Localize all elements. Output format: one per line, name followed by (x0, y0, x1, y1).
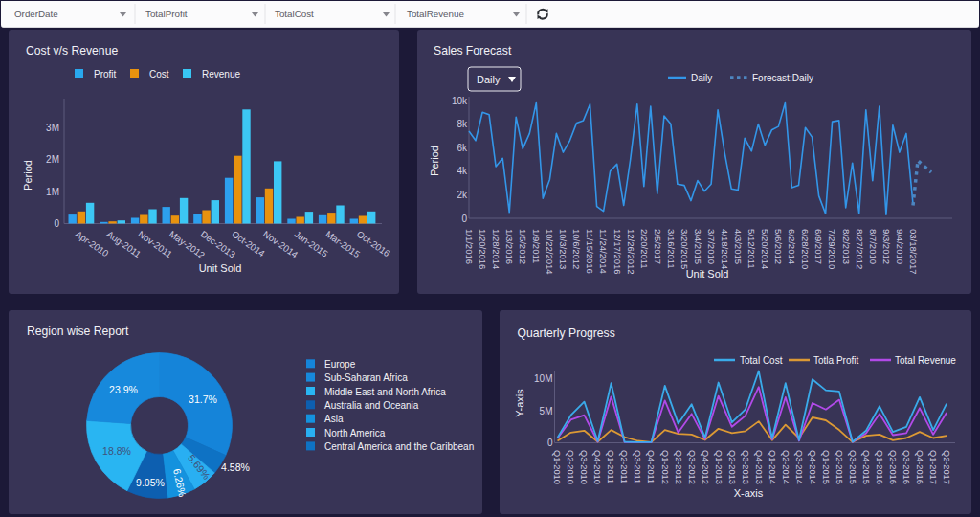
svg-text:Q3-2010: Q3-2010 (579, 450, 589, 484)
svg-text:North America: North America (324, 428, 386, 438)
svg-text:10/3/2013: 10/3/2013 (558, 229, 568, 269)
svg-text:Q2-2014: Q2-2014 (781, 450, 791, 484)
svg-text:9/3/2012: 9/3/2012 (881, 229, 892, 264)
svg-text:10M: 10M (534, 373, 552, 384)
svg-text:Total Cost: Total Cost (740, 355, 783, 366)
svg-text:Oct-2016: Oct-2016 (355, 229, 392, 259)
svg-text:Quarterly Progress: Quarterly Progress (518, 326, 615, 340)
svg-text:4k: 4k (457, 166, 468, 176)
svg-text:2/20/2011: 2/20/2011 (639, 229, 650, 269)
svg-text:Total Revenue: Total Revenue (895, 355, 956, 366)
svg-text:Q4-2013: Q4-2013 (754, 450, 764, 484)
svg-text:11/15/2016: 11/15/2016 (585, 229, 595, 274)
svg-text:Unit Sold: Unit Sold (199, 262, 242, 274)
svg-text:Q1-2010: Q1-2010 (552, 450, 562, 484)
svg-text:Q2-2013: Q2-2013 (727, 450, 737, 484)
svg-text:3/7/2010: 3/7/2010 (706, 229, 717, 264)
svg-text:5/12/2011: 5/12/2011 (746, 229, 757, 269)
svg-text:Q3-2011: Q3-2011 (633, 450, 642, 483)
svg-text:Q1-2017: Q1-2017 (928, 450, 938, 484)
svg-text:6/9/2017: 6/9/2017 (813, 229, 824, 264)
svg-text:3/4/2015: 3/4/2015 (693, 229, 703, 264)
svg-text:Daily: Daily (691, 73, 712, 83)
svg-text:Cost v/s Revenue: Cost v/s Revenue (26, 44, 118, 57)
svg-text:1/1/2016: 1/1/2016 (464, 229, 475, 264)
svg-text:Q1-2013: Q1-2013 (714, 450, 724, 484)
svg-text:0: 0 (547, 438, 553, 448)
svg-text:Q1-2016: Q1-2016 (875, 450, 884, 484)
svg-text:Asia: Asia (324, 414, 344, 424)
svg-text:Central America and the Caribb: Central America and the Caribbean (324, 441, 474, 452)
svg-text:Q4-2012: Q4-2012 (701, 450, 710, 484)
svg-text:12/17/2016: 12/17/2016 (612, 229, 623, 275)
svg-text:8/27/2012: 8/27/2012 (855, 229, 865, 269)
svg-text:11/24/2014: 11/24/2014 (598, 229, 609, 274)
svg-text:1/20/2016: 1/20/2016 (478, 229, 488, 269)
svg-text:Aug-2011: Aug-2011 (105, 229, 144, 259)
svg-text:Q4-2014: Q4-2014 (808, 450, 817, 484)
svg-text:9/4/2010: 9/4/2010 (895, 229, 905, 264)
svg-text:Q4-2010: Q4-2010 (592, 450, 602, 484)
svg-text:Q3-2014: Q3-2014 (794, 450, 804, 484)
svg-text:Daily: Daily (477, 74, 501, 85)
svg-text:Sub-Saharan Africa: Sub-Saharan Africa (324, 372, 408, 383)
svg-text:1/5/2012: 1/5/2012 (518, 229, 528, 264)
svg-text:4.58%: 4.58% (221, 461, 250, 473)
svg-text:Q1-2015: Q1-2015 (821, 450, 831, 484)
svg-text:12/26/2012: 12/26/2012 (626, 229, 636, 275)
svg-text:TotalCost: TotalCost (275, 9, 314, 19)
svg-text:TotalRevenue: TotalRevenue (407, 9, 464, 19)
svg-text:8/2/2013: 8/2/2013 (841, 229, 852, 264)
svg-text:1M: 1M (46, 187, 59, 197)
svg-text:Q3-2015: Q3-2015 (848, 450, 858, 484)
svg-text:Q3-2016: Q3-2016 (902, 450, 911, 484)
svg-text:6/28/2010: 6/28/2010 (800, 229, 811, 269)
svg-text:TotalProfit: TotalProfit (145, 9, 188, 19)
svg-text:Q3-2013: Q3-2013 (741, 450, 750, 484)
svg-text:Mar-2015: Mar-2015 (323, 229, 362, 260)
svg-text:Nov-2011: Nov-2011 (136, 229, 174, 259)
svg-text:8k: 8k (457, 119, 468, 129)
svg-text:Profit: Profit (94, 69, 117, 79)
svg-text:0: 0 (461, 214, 467, 224)
svg-text:Apr-2010: Apr-2010 (74, 229, 111, 259)
svg-text:Q2-2010: Q2-2010 (566, 450, 575, 484)
svg-text:2M: 2M (46, 154, 59, 165)
svg-text:Q1-2012: Q1-2012 (660, 450, 670, 484)
svg-text:OrderDate: OrderDate (14, 9, 58, 19)
svg-text:Sales Forecast: Sales Forecast (434, 44, 512, 57)
svg-text:2k: 2k (457, 190, 468, 200)
svg-text:10/22/2014: 10/22/2014 (545, 229, 555, 275)
svg-text:Totla Profit: Totla Profit (813, 355, 858, 366)
svg-text:10/6/2012: 10/6/2012 (571, 229, 582, 269)
svg-text:03/18/2017: 03/18/2017 (908, 229, 919, 275)
svg-text:Q2-2016: Q2-2016 (888, 450, 898, 484)
svg-text:Q2-2017: Q2-2017 (942, 450, 951, 484)
svg-text:3/16/2011: 3/16/2011 (666, 229, 677, 269)
svg-text:Q4-2015: Q4-2015 (861, 450, 871, 484)
svg-text:Q1-2011: Q1-2011 (606, 450, 615, 483)
svg-text:6/2/2014: 6/2/2014 (787, 229, 797, 264)
svg-text:5M: 5M (540, 406, 553, 416)
svg-text:Q3-2012: Q3-2012 (687, 450, 697, 484)
svg-text:Oct-2014: Oct-2014 (230, 229, 267, 259)
svg-text:Australia and Oceania: Australia and Oceania (324, 400, 419, 411)
svg-text:Q1-2014: Q1-2014 (768, 450, 777, 484)
svg-text:Forecast:Daily: Forecast:Daily (752, 73, 813, 83)
svg-text:1/28/2014: 1/28/2014 (491, 229, 501, 269)
svg-text:23.9%: 23.9% (109, 384, 138, 395)
svg-text:6k: 6k (457, 143, 468, 153)
svg-text:31.7%: 31.7% (189, 393, 217, 405)
svg-text:10k: 10k (452, 96, 468, 106)
svg-text:9.05%: 9.05% (136, 477, 165, 488)
svg-text:Q4-2011: Q4-2011 (646, 450, 656, 483)
svg-text:1/9/2011: 1/9/2011 (531, 229, 542, 263)
svg-text:2/5/2017: 2/5/2017 (653, 229, 663, 264)
svg-text:Jan-2015: Jan-2015 (293, 229, 330, 259)
svg-text:5/20/2014: 5/20/2014 (760, 229, 770, 269)
svg-text:Europe: Europe (324, 359, 356, 370)
svg-text:Cost: Cost (149, 69, 169, 79)
svg-text:0: 0 (54, 218, 59, 229)
svg-text:18.8%: 18.8% (102, 445, 131, 457)
svg-text:1/3/2016: 1/3/2016 (504, 229, 515, 264)
